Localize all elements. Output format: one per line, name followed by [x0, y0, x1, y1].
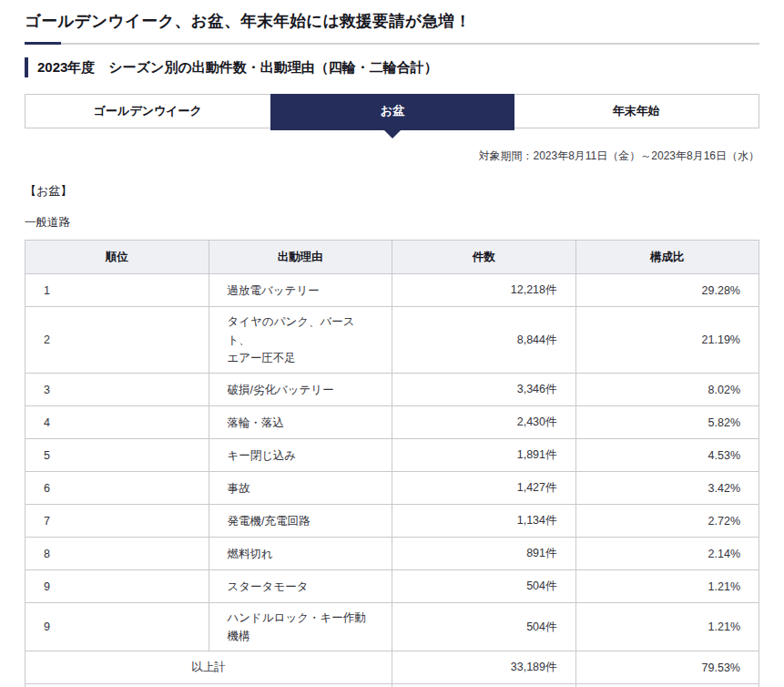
tab-golden-week-label: ゴールデンウイーク [94, 104, 202, 118]
count-cell: 1,427件 [392, 472, 576, 505]
ratio-cell: 1.21% [575, 603, 759, 651]
count-cell: 2,430件 [392, 406, 576, 439]
ratio-cell: 8.02% [575, 374, 759, 406]
summary-ratio-cell: 20.47% [575, 684, 759, 687]
ratio-cell: 3.42% [575, 472, 759, 505]
ratio-cell: 29.28% [575, 274, 759, 307]
table-row: 4落輪・落込2,430件5.82% [25, 406, 759, 439]
table-row: 6事故1,427件3.42% [25, 472, 759, 505]
ratio-cell: 21.19% [575, 307, 759, 374]
reason-cell: 発電機/充電回路 [209, 505, 392, 538]
count-cell: 1,891件 [392, 439, 576, 472]
ratio-cell: 4.53% [575, 439, 759, 472]
table-row: 8燃料切れ891件2.14% [25, 538, 759, 570]
rank-cell: 3 [25, 374, 209, 406]
reason-cell: 破損/劣化バッテリー [209, 374, 392, 406]
reason-cell: キー閉じ込み [209, 439, 392, 472]
active-tab-pointer-icon [384, 130, 401, 138]
title-divider [25, 43, 759, 45]
season-label: 【お盆】 [25, 183, 759, 200]
tab-new-year[interactable]: 年末年始 [514, 95, 759, 128]
tab-obon[interactable]: お盆 [270, 94, 515, 130]
table-body: 1過放電バッテリー12,218件29.28%2タイヤのパンク、バースト、 エアー… [25, 274, 759, 687]
table-row: 9スタータモータ504件1.21% [25, 570, 759, 603]
header-count: 件数 [392, 241, 576, 274]
summary-count-cell: 8,543件 [392, 684, 576, 687]
rank-cell: 6 [25, 472, 209, 505]
ratio-cell: 2.72% [575, 505, 759, 538]
summary-row: その他合計8,543件20.47% [25, 684, 759, 687]
ratio-cell: 5.82% [575, 406, 759, 439]
road-type-label: 一般道路 [25, 215, 759, 231]
page-title: ゴールデンウイーク、お盆、年末年始には救援要請が急増！ [25, 9, 759, 33]
header-ratio: 構成比 [575, 241, 759, 274]
header-rank: 順位 [25, 241, 209, 274]
rank-cell: 1 [25, 274, 209, 307]
count-cell: 1,134件 [392, 505, 576, 538]
dispatch-table: 順位 出動理由 件数 構成比 1過放電バッテリー12,218件29.28%2タイ… [25, 240, 759, 687]
page: ゴールデンウイーク、お盆、年末年始には救援要請が急増！ 2023年度 シーズン別… [0, 0, 784, 687]
rank-cell: 4 [25, 406, 209, 439]
tab-obon-label: お盆 [381, 104, 404, 118]
count-cell: 504件 [392, 603, 576, 651]
table-row: 3破損/劣化バッテリー3,346件8.02% [25, 374, 759, 406]
count-cell: 504件 [392, 570, 576, 603]
rank-cell: 9 [25, 570, 209, 603]
tab-golden-week[interactable]: ゴールデンウイーク [25, 95, 271, 128]
reason-cell: 事故 [209, 472, 392, 505]
ratio-cell: 1.21% [575, 570, 759, 603]
tab-new-year-label: 年末年始 [613, 104, 660, 118]
section-heading: 2023年度 シーズン別の出動件数・出動理由（四輪・二輪合計） [25, 57, 759, 77]
reason-cell: ハンドルロック・キー作動機構 [209, 603, 392, 651]
count-cell: 8,844件 [392, 307, 576, 374]
count-cell: 12,218件 [392, 274, 576, 307]
season-tab-bar: ゴールデンウイーク お盆 年末年始 [25, 94, 759, 128]
count-cell: 891件 [392, 538, 576, 570]
reason-cell: 落輪・落込 [209, 406, 392, 439]
rank-cell: 9 [25, 603, 209, 651]
table-row: 7発電機/充電回路1,134件2.72% [25, 505, 759, 538]
reason-cell: タイヤのパンク、バースト、 エアー圧不足 [209, 307, 392, 374]
ratio-cell: 2.14% [575, 538, 759, 570]
rank-cell: 8 [25, 538, 209, 570]
table-row: 5キー閉じ込み1,891件4.53% [25, 439, 759, 472]
count-cell: 3,346件 [392, 374, 576, 406]
summary-label-cell: 以上計 [25, 651, 392, 684]
summary-ratio-cell: 79.53% [575, 651, 759, 684]
reason-cell: 燃料切れ [209, 538, 392, 570]
reason-cell: 過放電バッテリー [209, 274, 392, 307]
table-header-row: 順位 出動理由 件数 構成比 [25, 241, 759, 274]
header-reason: 出動理由 [209, 241, 392, 274]
title-divider-accent [25, 42, 61, 45]
summary-row: 以上計33,189件79.53% [25, 651, 759, 684]
rank-cell: 5 [25, 439, 209, 472]
rank-cell: 7 [25, 505, 209, 538]
reason-cell: スタータモータ [209, 570, 392, 603]
summary-label-cell: その他合計 [25, 684, 392, 687]
rank-cell: 2 [25, 307, 209, 374]
table-row: 1過放電バッテリー12,218件29.28% [25, 274, 759, 307]
table-row: 9ハンドルロック・キー作動機構504件1.21% [25, 603, 759, 651]
summary-count-cell: 33,189件 [392, 651, 576, 684]
period-note: 対象期間：2023年8月11日（金）～2023年8月16日（水） [25, 149, 759, 164]
table-row: 2タイヤのパンク、バースト、 エアー圧不足8,844件21.19% [25, 307, 759, 374]
